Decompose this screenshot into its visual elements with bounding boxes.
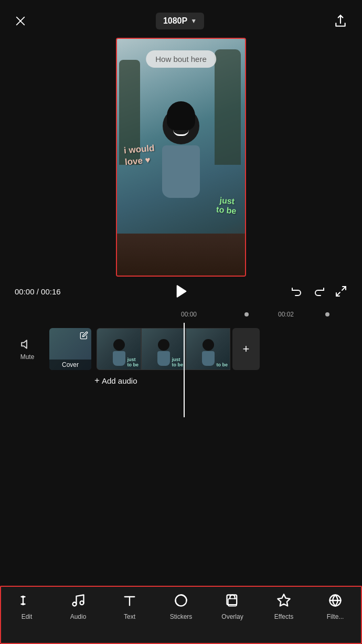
fullscreen-button[interactable] (335, 285, 347, 298)
video-preview-wrapper: How bout here i would love ♥ just to be (0, 38, 362, 277)
strip-thumb-3: to be (186, 328, 230, 370)
timeline-playhead (184, 323, 185, 417)
audio-icon (71, 593, 86, 610)
fullscreen-icon (335, 285, 347, 298)
cover-button[interactable]: Cover (49, 328, 91, 370)
total-time: 00:16 (41, 287, 61, 296)
toolbar-label-audio: Audio (70, 613, 87, 620)
toolbar-item-overlay[interactable]: Overlay (207, 593, 258, 620)
text-icon (122, 593, 137, 610)
edit-icon (19, 593, 34, 610)
redo-icon (313, 285, 325, 298)
sticker-text-2: just to be (216, 195, 237, 216)
add-clip-icon: + (243, 342, 250, 356)
svg-point-12 (73, 603, 77, 606)
undo-button[interactable] (291, 285, 303, 298)
toolbar-item-edit[interactable]: Edit (1, 593, 52, 620)
add-clip-button[interactable]: + (232, 328, 260, 370)
svg-marker-6 (22, 340, 27, 348)
mute-button[interactable]: Mute (10, 337, 44, 361)
filters-icon (328, 593, 343, 610)
time-display: 00:00 / 00:16 (15, 287, 72, 296)
effects-icon (276, 593, 291, 610)
strip-thumb-1: justto be (97, 328, 141, 370)
add-audio-plus-icon: + (94, 375, 100, 386)
character (144, 108, 218, 244)
mini-char-2 (156, 339, 171, 365)
play-button[interactable] (174, 284, 189, 299)
toolbar-label-overlay: Overlay (221, 613, 243, 620)
mini-char-3 (201, 339, 216, 365)
controls-center (72, 284, 291, 299)
add-audio-row: + Add audio (0, 370, 362, 389)
undo-icon (291, 285, 303, 298)
top-bar: 1080P ▼ (0, 0, 362, 38)
svg-marker-3 (177, 286, 186, 297)
sticker-text-1: i would love ♥ (123, 143, 156, 168)
video-overlay: How bout here i would love ♥ just to be (117, 39, 245, 276)
toolbar-item-filters[interactable]: Filte... (310, 593, 361, 620)
top-bar-center: 1080P ▼ (156, 13, 204, 29)
controls-right (291, 285, 347, 298)
controls-bar: 00:00 / 00:16 (0, 277, 362, 306)
timeline-tick-0: 00:00 (181, 311, 197, 318)
resolution-label: 1080P (163, 16, 187, 26)
svg-line-4 (342, 287, 346, 290)
export-button[interactable] (334, 14, 347, 28)
toolbar-item-text[interactable]: Text (104, 593, 155, 620)
svg-point-13 (80, 601, 84, 605)
timeline-tick-2: 00:02 (278, 311, 294, 318)
chevron-down-icon: ▼ (190, 17, 197, 25)
toolbar-label-text: Text (124, 613, 135, 620)
overlay-icon (225, 593, 240, 610)
toolbar-item-audio[interactable]: Audio (52, 593, 104, 620)
close-button[interactable] (15, 15, 26, 27)
timeline-area: Mute Cover justto be (0, 323, 362, 417)
cover-edit-icon (80, 331, 88, 341)
export-icon (334, 14, 347, 28)
chat-bubble: How bout here (146, 50, 216, 68)
char-body (162, 145, 200, 198)
toolbar-label-edit: Edit (22, 613, 33, 620)
cover-thumbnail: Cover (49, 328, 91, 370)
close-icon (15, 15, 26, 27)
play-icon (174, 284, 189, 299)
svg-marker-19 (278, 594, 290, 606)
resolution-button[interactable]: 1080P ▼ (156, 13, 204, 29)
mute-label: Mute (20, 353, 35, 361)
char-hair (167, 101, 195, 130)
svg-line-5 (336, 292, 340, 296)
timeline-tracks: Mute Cover justto be (0, 323, 362, 370)
toolbar-item-stickers[interactable]: Stickers (155, 593, 207, 620)
current-time: 00:00 (15, 287, 35, 296)
char-smile (173, 130, 189, 136)
char-head (163, 108, 199, 144)
toolbar-item-effects[interactable]: Effects (258, 593, 310, 620)
timeline-header: 00:00 00:02 (0, 306, 362, 323)
mute-icon (20, 337, 34, 351)
toolbar-label-effects: Effects (274, 613, 293, 620)
bottom-toolbar: Edit Audio Text (0, 586, 362, 644)
timeline-dot-2 (325, 312, 329, 316)
toolbar-label-stickers: Stickers (170, 613, 193, 620)
cover-label: Cover (49, 360, 91, 370)
video-preview: How bout here i would love ♥ just to be (116, 38, 246, 277)
stickers-icon (174, 593, 188, 610)
add-audio-label[interactable]: Add audio (102, 376, 137, 385)
mini-char-1 (112, 339, 126, 365)
video-strip: justto be justto be to be + (97, 328, 362, 370)
timeline-dot-1 (244, 312, 249, 316)
strip-thumb-2: justto be (141, 328, 186, 370)
toolbar-label-filters: Filte... (327, 613, 344, 620)
redo-button[interactable] (313, 285, 325, 298)
